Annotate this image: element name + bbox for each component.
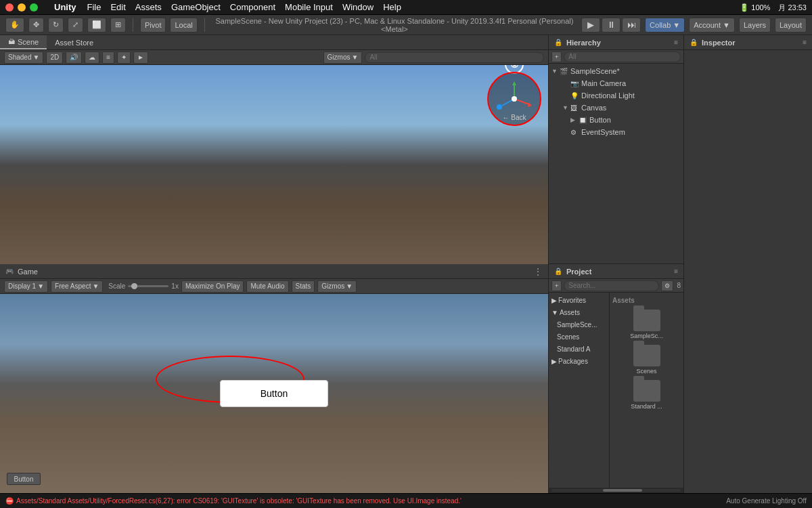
tree-item-scene[interactable]: ▼ 🎬 SampleScene* [549,65,683,77]
close-button[interactable] [5,3,14,12]
project-count: 8 [677,282,681,289]
window-title: SampleScene - New Unity Project (23) - P… [212,17,577,33]
pause-btn[interactable]: ⏸ [602,18,621,33]
tree-item-directional-light[interactable]: 💡 Directional Light [549,89,683,102]
anim-btn[interactable]: ► [133,51,148,64]
pivot-btn[interactable]: Pivot [140,18,166,33]
aspect-btn[interactable]: Free Aspect ▼ [51,280,103,293]
move-tool-btn[interactable]: ✥ [28,18,44,33]
gizmo-circle[interactable]: ← Back [487,72,541,126]
samplescene-tree-item[interactable]: SampleSce... [549,318,609,331]
tree-item-button[interactable]: ▶ 🔲 Button [549,114,683,126]
favorites-tree-item[interactable]: ▶ Favorites [549,294,609,306]
add-hierarchy-btn[interactable]: + [551,51,562,62]
assets-tree-item[interactable]: ▼ Assets [549,306,609,318]
skybox-btn[interactable]: ☁ [85,51,99,64]
tree-item-canvas[interactable]: ▼ 🖼 Canvas [549,102,683,114]
gizmos-btn[interactable]: Gizmos ▼ [323,51,363,64]
game-tab-icon: 🎮 [5,268,14,275]
menu-help[interactable]: Help [383,2,401,12]
asset-standard[interactable]: Standard ... [612,379,681,411]
game-viewport[interactable]: Button Button [0,294,548,493]
directional-light-label: Directional Light [581,91,635,100]
shading-arrow: ▼ [32,54,39,61]
canvas-label: Canvas [581,104,606,112]
audio-btn[interactable]: 🔊 [66,51,82,64]
menu-mobile-input[interactable]: Mobile Input [285,2,333,12]
sep1 [133,18,133,32]
collab-btn[interactable]: Collab ▼ [645,18,685,33]
menu-file[interactable]: File [87,2,102,12]
scene-toolbar: Shaded ▼ 2D 🔊 ☁ ≡ ✦ ► Gizmos ▼ [0,50,548,65]
add-asset-btn[interactable]: + [551,280,562,291]
asset-samplescene[interactable]: SampleSc... [612,308,681,341]
maximize-button[interactable] [30,3,38,12]
layout-btn[interactable]: Layout [775,18,807,33]
tree-item-main-camera[interactable]: 📷 Main Camera [549,77,683,89]
menu-component[interactable]: Component [230,2,275,12]
project-panel: 🔒 Project ≡ + ⚙ 8 ▶ Favorites ▼ [549,264,683,493]
hierarchy-lock-icon: 🔒 [554,39,562,46]
2d-btn[interactable]: 2D [46,51,63,64]
scene-gizmo[interactable]: ① [487,72,541,126]
asset-store-tab-label: Asset Store [55,39,93,47]
project-options-btn[interactable]: ⚙ [661,280,673,291]
inspector-header: 🔒 Inspector ≡ [684,35,812,50]
asset-scenes[interactable]: Scenes [612,343,681,376]
menu-edit[interactable]: Edit [110,2,125,12]
hierarchy-search[interactable] [564,51,681,62]
console-button[interactable]: Button [7,473,41,485]
scale-tool-btn[interactable]: ⤢ [68,18,83,33]
play-btn[interactable]: ▶ [581,18,600,33]
standard-folder-icon [633,380,660,402]
menu-items-list: File Edit Assets GameObject Component Mo… [87,2,401,12]
game-button-label: Button [261,388,288,399]
gizmo-back-label[interactable]: ← Back [502,114,526,121]
rect-tool-btn[interactable]: ⬜ [87,18,106,33]
gizmo-svg [494,79,535,119]
game-gizmos-btn[interactable]: Gizmos ▼ [317,280,357,293]
scene-arrow: ▼ [551,68,560,75]
scale-slider[interactable] [128,285,168,287]
local-btn[interactable]: Local [170,18,197,33]
minimize-button[interactable] [18,3,26,12]
project-search[interactable] [564,280,659,291]
scenes-folder-icon [633,345,660,366]
canvas-icon: 🖼 [570,104,580,112]
maximize-play-btn[interactable]: Maximize On Play [181,280,244,293]
menu-gameobject[interactable]: GameObject [171,2,221,12]
stats-btn[interactable]: Stats [292,280,315,293]
flare-btn[interactable]: ✦ [117,51,131,64]
project-scrollbar[interactable] [549,488,683,493]
layers-btn[interactable]: Layers [739,18,771,33]
toolbar-right: Collab ▼ Account ▼ Layers Layout [645,18,807,33]
scenes-tree-item[interactable]: Scenes [549,331,609,343]
step-btn[interactable]: ⏭ [622,18,641,33]
standard-tree-item[interactable]: Standard A [549,343,609,355]
scene-search[interactable] [365,52,544,63]
rotate-tool-btn[interactable]: ↻ [48,18,64,33]
window-controls[interactable] [5,3,38,12]
display-label: Display 1 [8,282,36,290]
account-btn[interactable]: Account ▼ [689,18,735,33]
packages-tree-item[interactable]: ▶ Packages [549,355,609,367]
shading-btn[interactable]: Shaded ▼ [4,51,43,64]
sep2 [204,18,205,32]
game-tab-label[interactable]: Game [18,268,38,276]
tab-scene[interactable]: 🏔 Scene [0,35,47,49]
scene-viewport[interactable]: ① [0,65,548,264]
transform-tool-btn[interactable]: ⊞ [110,18,126,33]
menu-assets[interactable]: Assets [135,2,162,12]
tree-item-event-system[interactable]: ⚙ EventSystem [549,126,683,138]
menu-window[interactable]: Window [342,2,374,12]
display-btn[interactable]: Display 1 ▼ [4,280,48,293]
status-right: Auto Generate Lighting Off [726,497,807,505]
tab-asset-store[interactable]: Asset Store [47,35,102,49]
mute-audio-btn[interactable]: Mute Audio [246,280,288,293]
hand-tool-btn[interactable]: ✋ [5,18,24,33]
game-ui-button[interactable]: Button [220,380,328,407]
packages-label: Packages [558,358,588,365]
svg-marker-1 [512,81,516,85]
scene-tab-icon: 🏔 [8,38,15,45]
fog-btn[interactable]: ≡ [102,51,114,64]
